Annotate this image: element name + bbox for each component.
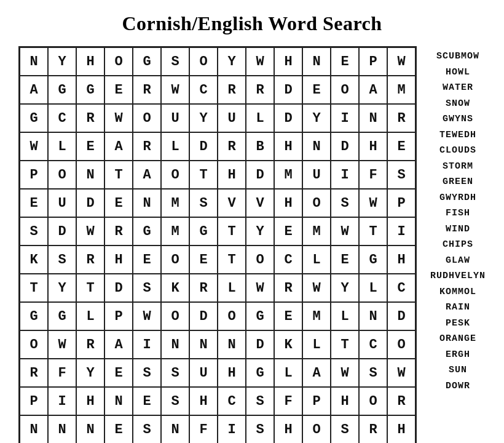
grid-cell: C [274, 245, 302, 274]
grid-cell: H [387, 245, 415, 274]
grid-cell: N [302, 47, 331, 76]
grid-cell: R [76, 330, 104, 359]
word-list-item: PESK [446, 316, 470, 332]
grid-cell: S [387, 161, 415, 189]
grid-cell: H [218, 161, 246, 189]
grid-cell: H [104, 245, 133, 274]
grid-cell: L [161, 132, 189, 161]
grid-cell: G [133, 217, 161, 245]
grid-cell: N [133, 189, 161, 217]
grid-cell: W [104, 104, 133, 132]
word-list-item: RUDHVELYN [430, 268, 486, 284]
grid-row: EUDENMSVVHOSWP [20, 189, 415, 217]
grid-cell: A [359, 76, 387, 104]
grid-cell: V [246, 189, 274, 217]
grid-cell: M [302, 217, 331, 245]
grid-row: KSRHEOETOCLEGH [20, 245, 415, 274]
grid-cell: E [302, 76, 331, 104]
grid-cell: G [359, 245, 387, 274]
grid-cell: D [189, 302, 218, 330]
grid-cell: P [104, 302, 133, 330]
grid-cell: P [20, 387, 48, 415]
grid-cell: C [218, 387, 246, 415]
grid-cell: D [274, 76, 302, 104]
grid-cell: G [76, 76, 104, 104]
grid-row: TYTDSKRLWRWYLC [20, 274, 415, 302]
grid-cell: R [387, 387, 415, 415]
grid-cell: U [218, 104, 246, 132]
word-list-item: KOMMOL [439, 284, 476, 300]
grid-cell: A [20, 76, 48, 104]
grid-cell: C [359, 330, 387, 359]
grid-cell: T [359, 217, 387, 245]
grid-cell: K [20, 245, 48, 274]
grid-cell: H [274, 415, 302, 443]
grid-cell: L [274, 359, 302, 387]
grid-cell: H [76, 47, 104, 76]
grid-row: WLEARLDRBHNDHE [20, 132, 415, 161]
grid-cell: N [104, 387, 133, 415]
grid-cell: D [104, 274, 133, 302]
grid-cell: L [218, 274, 246, 302]
grid-row: PONTAOTHDMUIFS [20, 161, 415, 189]
grid-cell: I [387, 217, 415, 245]
grid-cell: S [246, 415, 274, 443]
grid-cell: D [246, 330, 274, 359]
grid-cell: H [218, 359, 246, 387]
grid-cell: Y [189, 104, 218, 132]
grid-cell: I [331, 161, 359, 189]
grid-cell: H [387, 415, 415, 443]
grid-cell: G [133, 47, 161, 76]
grid-cell: E [274, 302, 302, 330]
word-list-item: CHIPS [443, 237, 473, 253]
word-list-item: STORM [443, 159, 473, 175]
grid-cell: H [274, 47, 302, 76]
grid-cell: D [76, 189, 104, 217]
grid-cell: O [20, 330, 48, 359]
grid-cell: W [20, 132, 48, 161]
grid-cell: D [331, 132, 359, 161]
grid-cell: M [161, 217, 189, 245]
grid-cell: N [20, 415, 48, 443]
grid-cell: N [76, 161, 104, 189]
grid-row: GCRWOUYULDYINR [20, 104, 415, 132]
word-list-item: CLOUDS [439, 143, 476, 159]
grid-cell: R [218, 132, 246, 161]
grid-cell: M [274, 161, 302, 189]
grid-cell: T [189, 161, 218, 189]
grid-cell: O [246, 245, 274, 274]
grid-cell: S [331, 189, 359, 217]
grid-cell: E [133, 387, 161, 415]
grid-cell: G [246, 302, 274, 330]
grid-cell: K [161, 274, 189, 302]
grid-cell: W [76, 217, 104, 245]
grid-cell: S [359, 359, 387, 387]
word-list-item: WIND [446, 222, 470, 237]
grid-cell: B [246, 132, 274, 161]
grid-cell: Y [331, 274, 359, 302]
grid-cell: E [274, 217, 302, 245]
grid-cell: D [246, 161, 274, 189]
grid-cell: G [48, 76, 76, 104]
grid-cell: N [161, 415, 189, 443]
grid-cell: R [359, 415, 387, 443]
grid-cell: H [76, 387, 104, 415]
grid-cell: H [331, 387, 359, 415]
grid-cell: T [331, 330, 359, 359]
grid-cell: T [104, 161, 133, 189]
grid-cell: I [331, 104, 359, 132]
grid-cell: D [189, 132, 218, 161]
grid-cell: L [359, 274, 387, 302]
grid-cell: N [218, 330, 246, 359]
grid-cell: A [104, 330, 133, 359]
grid-cell: E [331, 245, 359, 274]
page-title: Cornish/English Word Search [122, 12, 382, 35]
grid-cell: G [20, 104, 48, 132]
grid-cell: R [246, 76, 274, 104]
word-list-item: RAIN [446, 300, 470, 316]
grid-cell: O [48, 161, 76, 189]
word-list-item: ERGH [446, 347, 470, 363]
grid-cell: O [331, 76, 359, 104]
grid-cell: G [20, 302, 48, 330]
grid-cell: U [48, 189, 76, 217]
